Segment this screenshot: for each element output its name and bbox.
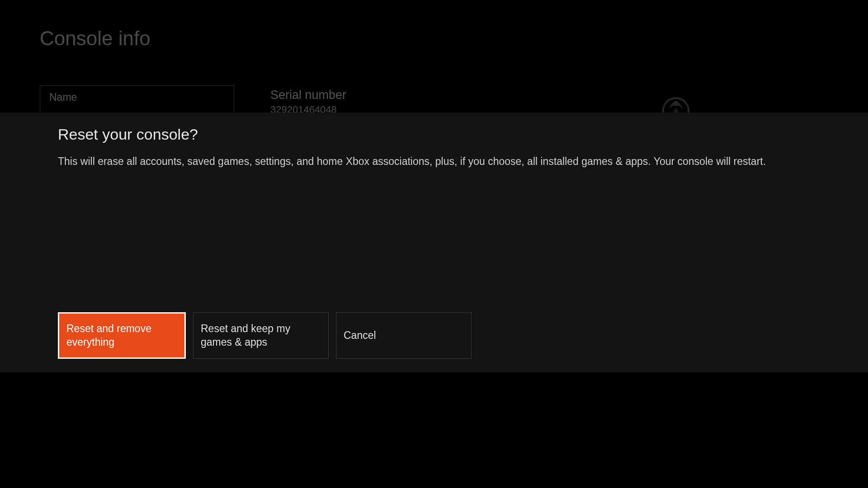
button-label: Reset and keep my games & apps: [201, 322, 321, 349]
reset-keep-button[interactable]: Reset and keep my games & apps: [193, 312, 329, 359]
serial-section: Serial number 329201464048: [270, 88, 346, 116]
reset-remove-button[interactable]: Reset and remove everything: [58, 312, 186, 359]
dialog-title: Reset your console?: [58, 126, 810, 143]
reset-dialog: Reset your console? This will erase all …: [0, 113, 868, 372]
button-label: Reset and remove everything: [66, 322, 177, 349]
dialog-buttons: Reset and remove everything Reset and ke…: [58, 312, 472, 359]
serial-label: Serial number: [270, 88, 346, 102]
dialog-description: This will erase all accounts, saved game…: [58, 154, 810, 169]
page-title: Console info: [40, 27, 151, 50]
name-label: Name: [49, 91, 225, 103]
cancel-button[interactable]: Cancel: [336, 312, 472, 359]
button-label: Cancel: [344, 329, 376, 343]
